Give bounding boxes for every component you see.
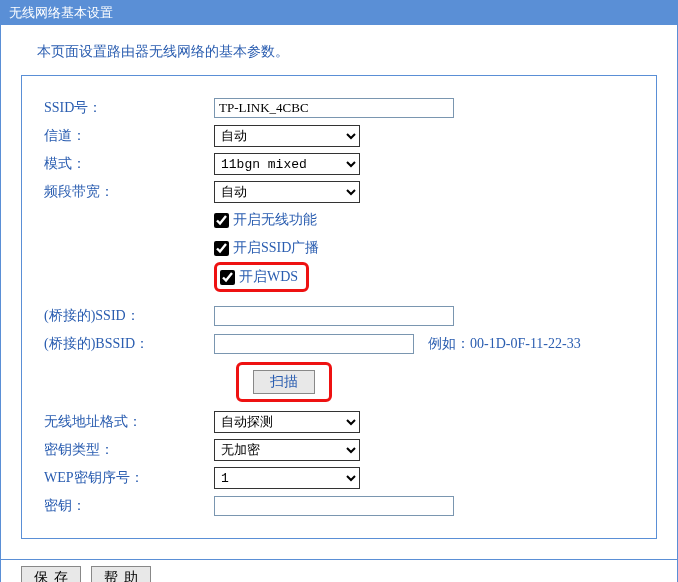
- panel-title: 无线网络基本设置: [1, 1, 677, 25]
- bridge-bssid-input[interactable]: [214, 334, 414, 354]
- bridge-ssid-input[interactable]: [214, 306, 454, 326]
- form-area: SSID号： 信道： 自动 模式： 11bgn mixed: [21, 75, 657, 539]
- enable-ssid-broadcast-label: 开启SSID广播: [233, 239, 319, 257]
- channel-label: 信道：: [44, 127, 214, 145]
- help-button[interactable]: 帮助: [91, 566, 151, 582]
- ssid-label: SSID号：: [44, 99, 214, 117]
- ssid-input[interactable]: [214, 98, 454, 118]
- key-type-select[interactable]: 无加密: [214, 439, 360, 461]
- mode-label: 模式：: [44, 155, 214, 173]
- key-label: 密钥：: [44, 497, 214, 515]
- addr-format-label: 无线地址格式：: [44, 413, 214, 431]
- wep-index-label: WEP密钥序号：: [44, 469, 214, 487]
- wep-index-select[interactable]: 1: [214, 467, 360, 489]
- save-button[interactable]: 保存: [21, 566, 81, 582]
- addr-format-select[interactable]: 自动探测: [214, 411, 360, 433]
- page-description: 本页面设置路由器无线网络的基本参数。: [1, 35, 677, 75]
- enable-ssid-broadcast-checkbox[interactable]: [214, 241, 229, 256]
- enable-wireless-label: 开启无线功能: [233, 211, 317, 229]
- footer-bar: 保存 帮助: [1, 559, 677, 582]
- enable-wireless-checkbox[interactable]: [214, 213, 229, 228]
- enable-wds-label: 开启WDS: [239, 268, 298, 286]
- channel-select[interactable]: 自动: [214, 125, 360, 147]
- scan-button[interactable]: 扫描: [253, 370, 315, 394]
- settings-panel: 无线网络基本设置 本页面设置路由器无线网络的基本参数。 SSID号： 信道： 自…: [0, 0, 678, 582]
- key-type-label: 密钥类型：: [44, 441, 214, 459]
- enable-wds-checkbox[interactable]: [220, 270, 235, 285]
- bandwidth-select[interactable]: 自动: [214, 181, 360, 203]
- bssid-example: 例如：00-1D-0F-11-22-33: [428, 335, 581, 353]
- bridge-bssid-label: (桥接的)BSSID：: [44, 335, 214, 353]
- scan-highlight: 扫描: [236, 362, 332, 402]
- key-input[interactable]: [214, 496, 454, 516]
- panel-content: 本页面设置路由器无线网络的基本参数。 SSID号： 信道： 自动 模式：: [1, 25, 677, 582]
- mode-select[interactable]: 11bgn mixed: [214, 153, 360, 175]
- bridge-ssid-label: (桥接的)SSID：: [44, 307, 214, 325]
- wds-highlight: 开启WDS: [214, 262, 309, 292]
- bandwidth-label: 频段带宽：: [44, 183, 214, 201]
